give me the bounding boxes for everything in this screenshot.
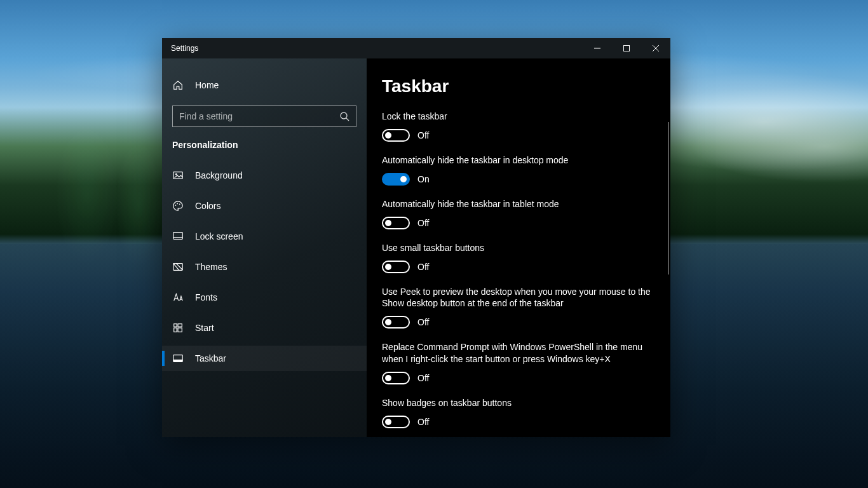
nav-item-label: Themes — [195, 262, 227, 272]
setting-row: Use small taskbar buttonsOff — [382, 242, 655, 273]
svg-point-5 — [177, 203, 178, 205]
toggle-state: Off — [417, 417, 429, 427]
setting-label: Automatically hide the taskbar in deskto… — [382, 154, 655, 166]
setting-label: Automatically hide the taskbar in tablet… — [382, 198, 655, 210]
svg-point-3 — [175, 173, 177, 175]
scrollbar[interactable] — [668, 122, 669, 274]
category-header: Personalization — [162, 136, 367, 159]
setting-label: Replace Command Prompt with Windows Powe… — [382, 341, 655, 365]
toggle-switch[interactable] — [382, 372, 410, 384]
settings-window: Settings Home — [162, 38, 670, 437]
nav-home[interactable]: Home — [162, 72, 367, 98]
setting-row: Lock the taskbarOff — [382, 111, 655, 142]
fonts-icon — [172, 292, 184, 303]
picture-icon — [172, 170, 184, 181]
svg-point-6 — [179, 203, 180, 205]
close-button[interactable] — [641, 38, 670, 58]
setting-row: Replace Command Prompt with Windows Powe… — [382, 341, 655, 384]
titlebar[interactable]: Settings — [162, 38, 670, 58]
setting-row: Show badges on taskbar buttonsOff — [382, 397, 655, 428]
svg-rect-14 — [173, 360, 182, 362]
minimize-button[interactable] — [583, 38, 612, 58]
nav-item-taskbar[interactable]: Taskbar — [162, 346, 367, 371]
toggle-switch[interactable] — [382, 261, 410, 273]
toggle-state: Off — [417, 130, 429, 140]
setting-row: Automatically hide the taskbar in tablet… — [382, 198, 655, 229]
palette-icon — [172, 200, 184, 212]
nav-item-start[interactable]: Start — [162, 315, 367, 341]
nav-item-fonts[interactable]: Fonts — [162, 285, 367, 310]
page-title: Taskbar — [382, 76, 670, 97]
svg-rect-9 — [174, 324, 177, 327]
toggle-switch[interactable] — [382, 173, 410, 186]
nav-item-lock-screen[interactable]: Lock screen — [162, 224, 367, 249]
nav-home-label: Home — [195, 80, 219, 90]
nav-item-themes[interactable]: Themes — [162, 254, 367, 280]
svg-rect-10 — [178, 324, 182, 327]
toggle-switch[interactable] — [382, 316, 410, 329]
caption-buttons — [583, 38, 670, 58]
toggle-state: Off — [417, 373, 429, 383]
toggle-switch[interactable] — [382, 217, 410, 229]
toggle-state: On — [417, 174, 430, 184]
nav-item-label: Colors — [195, 201, 220, 211]
nav-item-colors[interactable]: Colors — [162, 193, 367, 219]
setting-row: Automatically hide the taskbar in deskto… — [382, 154, 655, 186]
content-pane: Taskbar Lock the taskbarOffAutomatically… — [367, 58, 670, 437]
toggle-state: Off — [417, 262, 429, 272]
toggle-state: Off — [417, 317, 429, 327]
setting-label: Use Peek to preview the desktop when you… — [382, 286, 655, 310]
taskbar-icon — [172, 353, 184, 364]
start-icon — [172, 322, 184, 334]
toggle-state: Off — [417, 218, 429, 228]
home-icon — [172, 79, 184, 91]
lockscreen-icon — [172, 231, 184, 242]
svg-rect-0 — [624, 46, 630, 51]
search-input[interactable] — [179, 111, 339, 121]
toggle-switch[interactable] — [382, 416, 410, 428]
nav-item-label: Background — [195, 170, 243, 180]
themes-icon — [172, 261, 184, 273]
toggle-switch[interactable] — [382, 129, 410, 142]
svg-point-4 — [175, 205, 177, 206]
sidebar: Home Personalization BackgroundColorsLoc… — [162, 58, 367, 437]
setting-label: Show badges on taskbar buttons — [382, 397, 655, 409]
nav-item-label: Start — [195, 323, 214, 333]
nav-item-label: Taskbar — [195, 353, 226, 363]
setting-label: Use small taskbar buttons — [382, 242, 655, 254]
svg-point-1 — [341, 112, 347, 119]
search-icon — [339, 111, 349, 121]
svg-rect-12 — [178, 328, 182, 332]
maximize-button[interactable] — [612, 38, 641, 58]
nav-item-background[interactable]: Background — [162, 163, 367, 188]
nav-item-label: Lock screen — [195, 231, 243, 241]
search-box[interactable] — [172, 105, 356, 127]
window-title: Settings — [162, 44, 583, 53]
svg-rect-7 — [173, 233, 182, 240]
setting-row: Use Peek to preview the desktop when you… — [382, 286, 655, 329]
setting-label: Lock the taskbar — [382, 111, 655, 123]
nav-item-label: Fonts — [195, 292, 217, 302]
svg-rect-11 — [174, 328, 177, 332]
